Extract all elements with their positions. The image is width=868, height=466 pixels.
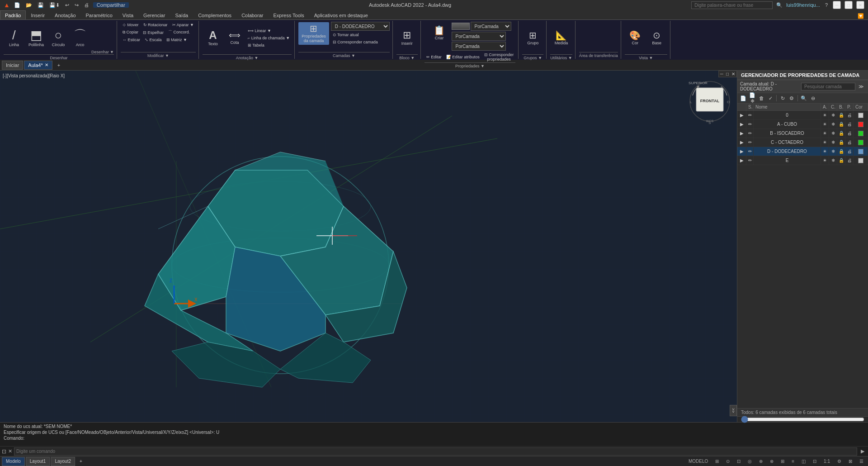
lock-0[interactable]: 🔒 [837,111,845,119]
tab-padrao[interactable]: Padrão [0,10,26,19]
close-btn[interactable]: ✕ [856,1,864,9]
criar-btn[interactable]: 📋 Criar [429,22,450,44]
filter-btn[interactable]: 🔍 [800,94,808,102]
layer-row-iso[interactable]: ▶ ✏ B - ISOCAEDRO ☀ ❄ 🔒 🖨 [737,129,868,138]
matriz-btn[interactable]: ⊞ Matriz ▼ [165,37,189,43]
invert-btn[interactable]: ⊖ [809,94,817,102]
lock-e[interactable]: 🔒 [837,156,845,165]
new-btn[interactable]: 📄 [13,2,22,9]
tab-complementos[interactable]: Complementos [193,10,236,19]
corresponder-props-btn[interactable]: ⊟ Corresponderpropriedades [482,52,516,62]
linetype-combo[interactable]: PorCamada [452,32,506,41]
color-dodeca[interactable] [854,147,868,156]
lock-cubo[interactable]: 🔒 [837,120,845,128]
tab-inserir[interactable]: Inserir [26,10,50,19]
tab-layout2[interactable]: Layout2 [51,457,75,466]
transparency-btn[interactable]: ◫ [799,459,808,464]
color-iso[interactable] [854,129,868,138]
desenhar-dropdown[interactable]: Desenhar ▼ [91,50,114,54]
freeze-0[interactable]: ❄ [829,111,837,119]
open-btn[interactable]: 📂 [24,2,33,9]
visible-iso[interactable]: ☀ [821,129,829,138]
visible-octa[interactable]: ☀ [821,138,829,147]
freeze-octa[interactable]: ❄ [829,138,837,147]
layer-row-dodeca[interactable]: ▶ ✏ D - DODECAEDRO ☀ ❄ 🔒 🖨 [737,147,868,156]
propriedades-camada-btn[interactable]: ⊞ Propriedadesda camada [298,22,329,45]
print-iso[interactable]: 🖨 [845,129,854,138]
tab-modelo[interactable]: Modelo [2,457,25,466]
tornar-atual-btn[interactable]: ⊙ Tornar atual [331,32,390,38]
viewport-restore[interactable]: ─ [719,71,725,77]
workspace-btn[interactable]: ⚙ [835,459,844,464]
cmd-end-btn[interactable]: ▶ [859,448,866,454]
layer-row-octa[interactable]: ▶ ✏ C - OCTAEDRO ☀ ❄ 🔒 🖨 [737,138,868,147]
cota-btn[interactable]: ⟺ Cota [224,22,245,54]
layer-row-0[interactable]: ▶ ✏ 0 ☀ ❄ 🔒 🖨 [737,111,868,120]
minimize-btn[interactable]: ─ [833,1,841,9]
grupo-btn[interactable]: ⊞ Grupo [523,22,543,54]
aparar-btn[interactable]: ✂ Aparar ▼ [170,22,196,28]
annotation-btn[interactable]: 1:1 [821,459,833,464]
tab-saida[interactable]: Saída [170,10,193,19]
lineweight-combo[interactable]: PorCamada [452,42,506,51]
grid-display[interactable]: ⊞ [712,459,722,464]
tab-iniciar[interactable]: Iniciar [2,61,23,70]
copiar-btn[interactable]: ⧉ Copiar [121,29,140,36]
visible-e[interactable]: ☀ [821,156,829,165]
layer-row-cubo[interactable]: ▶ ✏ A - CUBO ☀ ❄ 🔒 🖨 [737,120,868,129]
medida-btn[interactable]: 📐 Medida [551,22,572,54]
print-e[interactable]: 🖨 [845,156,854,165]
refresh-btn[interactable]: ↻ [778,94,787,102]
osnap-btn[interactable]: ⊕ [756,459,765,464]
editar-atrib-btn[interactable]: 📝 Editar atributos [444,52,481,62]
corresponder-camada-btn[interactable]: ⊟ Corresponder camada [331,39,390,45]
color-0[interactable] [854,111,868,119]
linear-btn[interactable]: ⟺ Linear ▼ [246,28,292,34]
tab-gerenciar[interactable]: Gerenciar [138,10,170,19]
tab-aplicativos[interactable]: Aplicativos em destaque [309,10,373,19]
tab-anotacao[interactable]: Anotação [50,10,80,19]
set-current-btn[interactable]: ✓ [766,94,774,102]
panel-expand-btn[interactable]: ≫ [857,82,865,90]
viewport-max[interactable]: □ [725,71,730,77]
camada-dropdown[interactable]: D - DODECAEDRO 0 A - CUBO B - ISOCAEDRO … [331,22,390,31]
arco-btn[interactable]: ⌒ Arco [70,22,90,54]
freeze-e[interactable]: ❄ [829,156,837,165]
print-octa[interactable]: 🖨 [845,138,854,147]
viewport-close[interactable]: ✕ [730,71,736,77]
customize-btn[interactable]: ☰ [857,459,866,464]
undo-btn[interactable]: ↩ [64,2,71,9]
lineweight-btn[interactable]: ≡ [789,459,797,464]
new-layer-btn[interactable]: 📄 [739,94,747,102]
tab-express[interactable]: Express Tools [268,10,309,19]
nav-cube[interactable]: SUPERIOR FRONTAL S L O WCS [687,75,732,120]
print-0[interactable]: 🖨 [845,111,854,119]
cmd-clear-btn[interactable]: ✕ [8,448,12,454]
lock-dodeca[interactable]: 🔒 [837,147,845,156]
esticar-btn[interactable]: ↔ Esticar [121,37,142,43]
visible-0[interactable]: ☀ [821,111,829,119]
tabela-btn[interactable]: ⊞ Tabela [246,42,292,48]
settings-btn[interactable]: ⚙ [788,94,796,102]
layer-search-input[interactable] [801,83,855,90]
redo-btn[interactable]: ↪ [73,2,80,9]
ucs-btn[interactable]: ⊞ [778,459,787,464]
color-cubo[interactable] [854,120,868,128]
tab-parametrico[interactable]: Paramétrico [81,10,118,19]
editar-btn[interactable]: ✏ Editar [425,52,443,62]
add-layout-btn[interactable]: + [76,457,86,466]
otrack-btn[interactable]: ⊗ [767,459,776,464]
canvas-area[interactable]: [-][Vista personalizada][Raio X] [0,71,737,422]
tab-colaborar[interactable]: Colaborar [236,10,268,19]
print-btn[interactable]: 🖨 [83,2,90,8]
new-tab-btn[interactable]: + [53,61,64,70]
help-btn[interactable]: ? [824,2,829,8]
linha-btn[interactable]: / Linha [4,22,24,54]
freeze-dodeca[interactable]: ❄ [829,147,837,156]
freeze-iso[interactable]: ❄ [829,129,837,138]
search-input[interactable] [691,1,773,9]
visible-dodeca[interactable]: ☀ [821,147,829,156]
maximize-btn[interactable]: □ [844,1,853,9]
color-e[interactable] [854,156,868,165]
tab-aula4[interactable]: Aula4* ✕ [24,61,52,70]
